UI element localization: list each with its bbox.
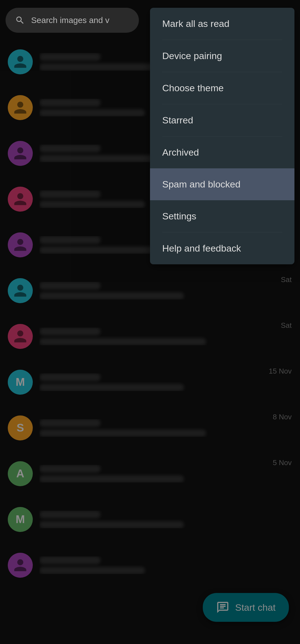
menu-item-device-pairing[interactable]: Device pairing: [150, 40, 294, 72]
search-icon: [14, 14, 26, 26]
menu-item-choose-theme[interactable]: Choose theme: [150, 72, 294, 104]
context-menu: Mark all as read Device pairing Choose t…: [150, 8, 294, 264]
menu-item-help-feedback[interactable]: Help and feedback: [150, 232, 294, 264]
menu-item-starred[interactable]: Starred: [150, 104, 294, 136]
search-placeholder: Search images and v: [31, 16, 109, 25]
menu-item-mark-all-read[interactable]: Mark all as read: [150, 8, 294, 40]
menu-item-settings[interactable]: Settings: [150, 200, 294, 232]
search-bar[interactable]: Search images and v: [6, 8, 139, 33]
menu-item-archived[interactable]: Archived: [150, 136, 294, 168]
menu-item-spam-blocked[interactable]: Spam and blocked: [150, 168, 294, 200]
